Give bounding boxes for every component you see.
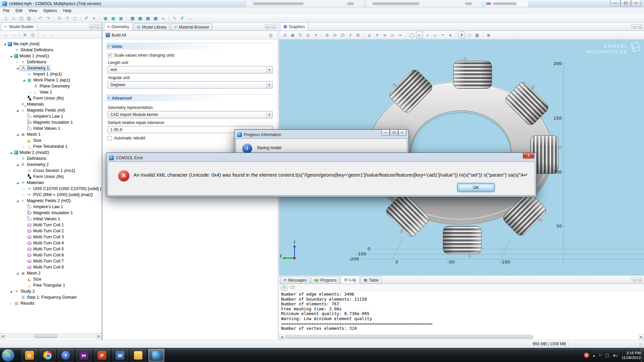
tree-item[interactable]: ▷▤Results [0, 300, 102, 306]
show-desktop-button[interactable] [641, 348, 644, 362]
tree-item[interactable]: ≣Step 1: Frequency Domain [0, 294, 102, 300]
angular-unit-select[interactable]: Degrees ▼ [108, 81, 273, 88]
select-icon[interactable]: ⊘ [281, 32, 288, 39]
tree-item[interactable]: ⇐Import 1(imp1) [0, 71, 102, 77]
help-doc-icon[interactable]: ▤ [269, 33, 273, 38]
scroll-right-icon[interactable]: ▶ [639, 334, 644, 340]
menu-file[interactable]: File [0, 7, 12, 14]
action-center-flag-icon[interactable]: ⚐ [599, 353, 602, 358]
scene-light-icon[interactable]: ◎ [305, 32, 312, 39]
volume-muted-icon[interactable]: ◄)✕ [612, 353, 617, 357]
tree-item[interactable]: ◣Size [0, 276, 102, 282]
scroll-left-icon[interactable]: ◀ [0, 334, 5, 339]
tab-progress[interactable]: Progress [311, 276, 340, 284]
undo-icon[interactable]: ↶ [37, 15, 44, 22]
tree-item[interactable]: ▷△Free Tetrahedral 1 [0, 143, 102, 149]
tree-toggle-icon[interactable]: ▷ [22, 145, 26, 148]
view-xy-icon[interactable]: xy [381, 32, 388, 39]
panel-float-icon[interactable]: ◻ [95, 24, 100, 29]
error-dialog-titlebar[interactable]: COMSOL Error × [108, 154, 535, 162]
filter-icon[interactable]: ▼ [458, 32, 465, 39]
view-zx-icon[interactable]: zx [397, 32, 404, 39]
tree-item[interactable]: Magnetic Insulation 1 [0, 210, 102, 216]
tab-geometry[interactable]: Λ Geometry [104, 22, 132, 31]
tree-item[interactable]: ▚Form Union(fin) [0, 95, 102, 101]
tree-item[interactable]: ◢✳Materials [0, 180, 102, 186]
reset-icon[interactable]: ↻ [56, 15, 63, 22]
geom-difference-icon[interactable]: ▣ [117, 15, 124, 22]
partition-faces-icon[interactable]: ▣ [144, 15, 151, 22]
tree-item[interactable]: ◢∩Magnetic Fields 2(mf2) [0, 198, 102, 204]
network-icon[interactable]: ▢ [605, 353, 609, 358]
tree-item[interactable]: ◢▦Work Plane 1(wp1) [0, 77, 102, 83]
tree-item[interactable]: Ampère's Law 1 [0, 113, 102, 119]
tree-item[interactable]: Multi-Turn Coil 8 [0, 264, 102, 270]
tree-item[interactable]: Magnetic Insulation 1 [0, 119, 102, 125]
taskbar-app-visual-studio[interactable]: ⋈ [76, 349, 92, 362]
render-6-icon[interactable]: ● [447, 32, 454, 39]
tree-item[interactable]: ▷✳PVC (MW = 1000) [solid](mat2) [0, 192, 102, 198]
panel-minimize-icon[interactable]: ▭ [89, 24, 94, 29]
tree-toggle-icon[interactable]: ◢ [9, 290, 13, 293]
zoom-out-icon[interactable]: ⊖ [331, 32, 338, 39]
help-icon[interactable]: ? [64, 15, 71, 22]
scroll-thumb[interactable] [34, 334, 57, 338]
tree-item[interactable]: ◢Model 2(mod2) [0, 149, 102, 156]
panel-minimize-icon[interactable]: ▭ [632, 277, 637, 282]
tree-toggle-icon[interactable]: ◢ [15, 67, 19, 70]
transparency-icon[interactable]: ◻ [466, 32, 473, 39]
tree-item[interactable]: Multi-Turn Coil 7 [0, 258, 102, 264]
progress-dialog-titlebar[interactable]: Progress Information — × [236, 131, 407, 138]
tree-item[interactable]: ◢✳Study 2 [0, 288, 102, 294]
redo-icon[interactable]: ↷ [45, 15, 52, 22]
taskbar-app-powerpoint[interactable]: P [94, 349, 110, 362]
keep-log-button[interactable]: ⊓ [281, 285, 287, 291]
start-button[interactable]: ⊞ [2, 349, 14, 362]
tree-toggle-icon[interactable]: ◢ [9, 151, 13, 154]
go-to-3d-icon[interactable]: » [160, 15, 167, 22]
length-unit-select[interactable]: mm ▼ [108, 66, 273, 73]
tab-material-browser[interactable]: ✳ Material Browser [171, 23, 212, 31]
scroll-right-icon[interactable]: ▶ [96, 334, 102, 339]
tree-item[interactable]: ◣Size [0, 137, 102, 143]
scroll-left-icon[interactable]: ◀ [279, 334, 284, 340]
tree-toggle-icon[interactable]: ◢ [3, 43, 7, 46]
tree-toggle-icon[interactable]: ◢ [15, 199, 19, 202]
geom-intersection-icon[interactable]: ▣ [110, 15, 117, 22]
geometry-representation-select[interactable]: CAD Import Module kernel ▼ [108, 111, 273, 118]
log-hscrollbar[interactable]: ◀ ▶ [279, 335, 644, 339]
tree-toggle-icon[interactable]: ▷ [9, 302, 13, 305]
geom-union-icon[interactable]: ▣ [102, 15, 109, 22]
tree-item[interactable]: Multi-Turn Coil 4 [0, 240, 102, 246]
graphics-tab[interactable]: Graphics [280, 22, 308, 31]
panel-minimize-icon[interactable]: ▭ [632, 24, 637, 29]
dialog-restore-button[interactable] [390, 130, 398, 135]
save-icon[interactable]: ◫ [18, 15, 25, 22]
partition-vertices-icon[interactable]: ▣ [152, 15, 159, 22]
menu-options[interactable]: Options [40, 7, 60, 14]
dialog-close-button[interactable]: × [398, 130, 407, 135]
collapse-all-icon[interactable]: ≣ [21, 31, 29, 38]
view-yz-icon[interactable]: yz [389, 32, 396, 39]
restore-button[interactable] [621, 0, 631, 6]
tree-toggle-icon[interactable]: ▷ [28, 91, 32, 94]
tree-toggle-icon[interactable]: ▷ [15, 157, 19, 160]
tree-item[interactable]: Multi-Turn Coil 6 [0, 252, 102, 258]
tree-toggle-icon[interactable]: ◢ [15, 163, 19, 166]
tree-item[interactable]: ◢∩Magnetic Fields(mf) [0, 107, 102, 113]
menu-edit[interactable]: Edit [12, 7, 25, 14]
panel-float-icon[interactable]: ◻ [638, 277, 643, 282]
tray-app-icon[interactable]: ⊞ [584, 353, 589, 358]
tree-item[interactable]: ◢ΛGeometry 1 [0, 65, 102, 71]
visibility-icon[interactable]: ◉ [289, 32, 296, 39]
tree-toggle-icon[interactable]: ▷ [22, 193, 26, 196]
tree-item[interactable]: ◢Model 1(mod1) [0, 53, 102, 59]
orientation-icon[interactable]: ∠ [366, 32, 373, 39]
tree-item[interactable]: Initial Values 1 [0, 216, 102, 222]
minimize-button[interactable]: — [610, 0, 621, 6]
dialog-close-button[interactable]: × [523, 153, 534, 159]
taskbar-app-outlook[interactable]: O [21, 349, 38, 362]
menu-view[interactable]: View [25, 7, 40, 14]
open-icon[interactable]: ▱ [10, 15, 17, 22]
tree-item[interactable]: ◢file.mph(root) [0, 41, 102, 47]
